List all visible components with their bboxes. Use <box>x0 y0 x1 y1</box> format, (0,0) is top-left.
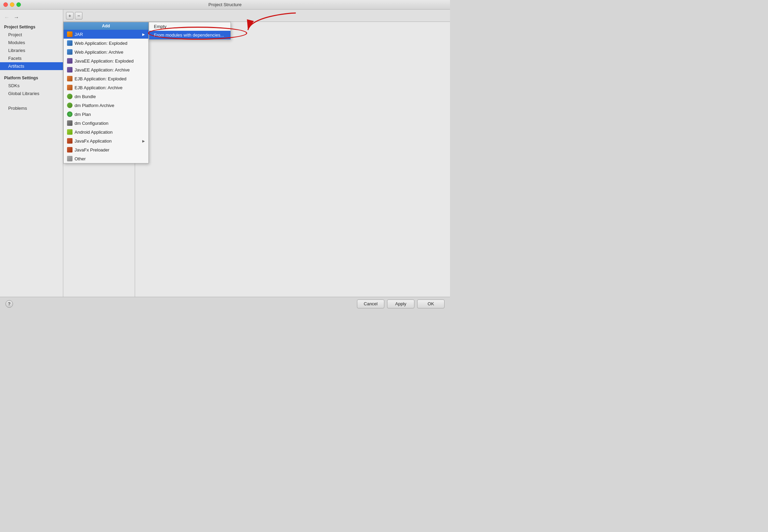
javafx-submenu-arrow: ▶ <box>142 139 145 143</box>
dropdown-item-web-archive[interactable]: Web Application: Archive <box>64 48 148 56</box>
sidebar-item-facets[interactable]: Facets <box>0 54 63 62</box>
main-layout: ← → Project Settings Project Modules Lib… <box>0 10 450 297</box>
sidebar-item-artifacts[interactable]: Artifacts <box>0 62 63 70</box>
dm-config-icon <box>67 120 72 126</box>
sidebar: ← → Project Settings Project Modules Lib… <box>0 10 63 297</box>
sidebar-item-project[interactable]: Project <box>0 31 63 39</box>
dropdown-item-dm-plan[interactable]: dm Plan <box>64 110 148 119</box>
title-bar: Project Structure <box>0 0 450 10</box>
close-button[interactable] <box>3 2 8 7</box>
dropdown-item-javaee-archive[interactable]: JavaEE Application: Archive <box>64 65 148 74</box>
dropdown-item-javafx[interactable]: JavaFx Application ▶ <box>64 136 148 145</box>
dropdown-header: Add <box>64 22 148 30</box>
bottom-bar: ? Cancel Apply OK <box>0 297 450 310</box>
bottom-left: ? <box>5 300 13 308</box>
right-panel <box>135 22 450 309</box>
web-archive-icon <box>67 49 72 55</box>
forward-button[interactable]: → <box>12 14 21 21</box>
dropdown-item-ejb-exploded[interactable]: EJB Application: Exploded <box>64 74 148 83</box>
project-settings-section: Project Settings <box>0 23 63 31</box>
dropdown-item-dm-config[interactable]: dm Configuration <box>64 119 148 128</box>
dropdown-item-web-exploded[interactable]: Web Application: Exploded <box>64 39 148 48</box>
dropdown-item-jar[interactable]: JAR ▶ <box>64 30 148 39</box>
dropdown-menu: Add JAR ▶ Web Application: Exploded Web … <box>63 22 149 163</box>
ok-button[interactable]: OK <box>417 300 445 308</box>
dropdown-item-android[interactable]: Android Application <box>64 128 148 136</box>
javaee-archive-icon <box>67 67 72 72</box>
apply-button[interactable]: Apply <box>387 300 414 308</box>
sidebar-item-global-libraries[interactable]: Global Libraries <box>0 90 63 97</box>
ejb-archive-icon <box>67 85 72 90</box>
javaee-exploded-icon <box>67 58 72 64</box>
back-button[interactable]: ← <box>3 14 11 21</box>
android-icon <box>67 129 72 135</box>
help-button[interactable]: ? <box>5 300 13 308</box>
platform-settings-section: Platform Settings <box>0 74 63 82</box>
nav-arrows: ← → <box>0 12 63 23</box>
maximize-button[interactable] <box>16 2 21 7</box>
dm-platform-icon <box>67 103 72 108</box>
jar-submenu: Empty From modules with dependencies... <box>149 22 231 40</box>
submenu-item-from-modules[interactable]: From modules with dependencies... <box>149 31 230 39</box>
dropdown-item-dm-platform[interactable]: dm Platform Archive <box>64 101 148 110</box>
ejb-exploded-icon <box>67 76 72 81</box>
sidebar-item-modules[interactable]: Modules <box>0 39 63 46</box>
dropdown-item-javaee-exploded[interactable]: JavaEE Application: Exploded <box>64 56 148 65</box>
dropdown-item-other[interactable]: Other <box>64 154 148 163</box>
submenu-item-empty[interactable]: Empty <box>149 22 230 31</box>
submenu-arrow: ▶ <box>142 32 145 36</box>
add-button[interactable]: + <box>66 12 74 19</box>
web-exploded-icon <box>67 40 72 46</box>
window-title: Project Structure <box>209 2 242 7</box>
content-area: + − Add JAR ▶ Web Application: Exploded <box>63 10 450 297</box>
dropdown-item-javafx-preloader[interactable]: JavaFx Preloader <box>64 145 148 154</box>
minimize-button[interactable] <box>10 2 14 7</box>
dm-plan-icon <box>67 111 72 117</box>
bottom-right: Cancel Apply OK <box>357 300 445 308</box>
dm-bundle-icon <box>67 94 72 99</box>
toolbar: + − <box>63 10 450 22</box>
remove-button[interactable]: − <box>75 12 82 19</box>
other-icon <box>67 156 72 161</box>
javafx-preloader-icon <box>67 147 72 152</box>
window-controls[interactable] <box>3 2 21 7</box>
jar-icon <box>67 31 72 37</box>
dropdown-item-ejb-archive[interactable]: EJB Application: Archive <box>64 83 148 92</box>
sidebar-item-sdks[interactable]: SDKs <box>0 82 63 90</box>
javafx-icon <box>67 138 72 144</box>
cancel-button[interactable]: Cancel <box>357 300 384 308</box>
sidebar-item-problems[interactable]: Problems <box>0 104 63 112</box>
dropdown-item-dm-bundle[interactable]: dm Bundle <box>64 92 148 101</box>
sidebar-item-libraries[interactable]: Libraries <box>0 46 63 54</box>
